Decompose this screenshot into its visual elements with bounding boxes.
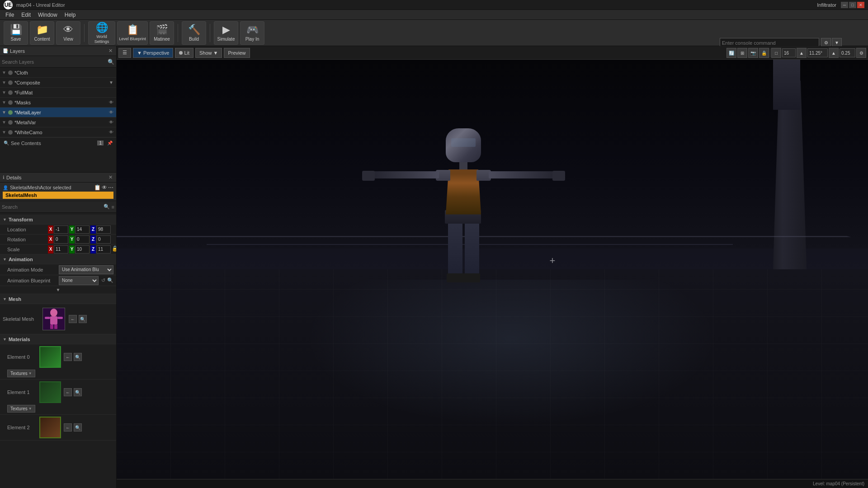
transform-section-header[interactable]: ▼ Transform (0, 215, 116, 225)
rotation-z-field[interactable] (96, 235, 111, 244)
vp-scale-input[interactable] (840, 48, 855, 57)
layer-item-composite[interactable]: ▼ *Composite ▼ (0, 78, 116, 88)
material-1-arrow-btn[interactable]: ← (64, 388, 72, 396)
whitecamo-eye-icon[interactable]: 👁 (108, 129, 114, 136)
actor-icon-btn1[interactable]: 📋 (94, 184, 101, 191)
vp-tool-settings-btn[interactable]: ⚙ (856, 48, 866, 58)
vp-tool-square-btn[interactable]: □ (771, 48, 781, 58)
vp-tool-grid-btn[interactable]: ⊞ (737, 48, 747, 58)
location-y-field[interactable] (75, 225, 90, 234)
animation-expand-row[interactable]: ▼ (0, 286, 116, 294)
skeletal-mesh-thumbnail[interactable] (42, 308, 65, 330)
layer-item-metallayer[interactable]: ▼ *MetalLayer 👁 (0, 108, 116, 117)
metallayer-eye-icon[interactable]: 👁 (108, 109, 114, 116)
scale-x-field[interactable] (54, 245, 68, 253)
play-in-icon: 🎮 (246, 24, 259, 36)
save-button[interactable]: 💾 Save (4, 21, 28, 45)
layer-item-whitecamo[interactable]: ▼ *WhiteCamo 👁 (0, 127, 116, 137)
vp-tool-rotate-btn[interactable]: 🔄 (726, 48, 736, 58)
level-blueprint-button[interactable]: 📋 Level Blueprint (117, 21, 148, 45)
menu-window[interactable]: Window (34, 11, 61, 19)
material-0-arrow-btn[interactable]: ← (64, 353, 72, 361)
simulate-button[interactable]: ▶ Simulate (214, 21, 238, 45)
metalvar-eye-icon[interactable]: 👁 (108, 119, 114, 126)
details-filter-btn[interactable]: ≡ (112, 204, 114, 210)
layers-search-input[interactable] (2, 59, 108, 65)
vp-tool-camera-btn[interactable]: 📷 (748, 48, 758, 58)
close-button[interactable]: ✕ (857, 2, 864, 8)
layers-close-button[interactable]: ✕ (107, 48, 113, 54)
details-search-input[interactable] (2, 204, 102, 210)
scale-z-field[interactable] (96, 245, 111, 253)
world-settings-button[interactable]: 🌐 World Settings (88, 21, 115, 45)
vp-angle-input[interactable] (807, 48, 828, 57)
ground-plane (117, 269, 868, 479)
view-button[interactable]: 👁 View (56, 21, 80, 45)
animation-blueprint-select[interactable]: None (59, 276, 99, 285)
blueprint-browse-icon[interactable]: 🔍 (107, 277, 113, 283)
material-element-0-thumbnail[interactable] (39, 346, 61, 368)
blueprint-reset-icon[interactable]: ↺ (101, 277, 105, 283)
see-contents-row[interactable]: 🔍 See Contents 1 📌 (0, 137, 116, 148)
layer-item-masks[interactable]: ▼ *Masks 👁 (0, 98, 116, 108)
actor-icon-btn2[interactable]: 👁 (102, 184, 107, 191)
scale-z-input: Z (90, 245, 111, 253)
mesh-action-search[interactable]: 🔍 (79, 315, 87, 323)
build-button[interactable]: 🔨 Build (182, 21, 206, 45)
layers-title: Layers (10, 48, 105, 54)
layer-item-fullmat[interactable]: ▼ *FullMat (0, 88, 116, 98)
animation-section-header[interactable]: ▼ Animation (0, 254, 116, 264)
animation-mode-select[interactable]: Use Animation Blu (59, 265, 113, 274)
animation-mode-row: Animation Mode Use Animation Blu (0, 264, 116, 275)
material-2-search-btn[interactable]: 🔍 (74, 423, 82, 432)
mesh-action-arrow[interactable]: ← (69, 315, 77, 323)
content-button[interactable]: 📁 Content (30, 21, 54, 45)
menu-edit[interactable]: Edit (18, 11, 34, 19)
layer-dot-metalvar (8, 120, 13, 125)
mesh-section-header[interactable]: ▼ Mesh (0, 294, 116, 304)
material-2-arrow-btn[interactable]: ← (64, 423, 72, 432)
menu-file[interactable]: File (2, 11, 18, 19)
location-x-field[interactable] (54, 225, 68, 234)
matinee-button[interactable]: 🎬 Matinee (150, 21, 174, 45)
viewport-preview-btn[interactable]: Preview (224, 48, 250, 58)
vp-grid-size-input[interactable] (782, 48, 796, 57)
scale-y-field[interactable] (75, 245, 90, 253)
material-1-search-btn[interactable]: 🔍 (74, 388, 82, 396)
play-in-button[interactable]: 🎮 Play In (240, 21, 264, 45)
vp-tool-up-btn[interactable]: ▲ (797, 48, 807, 58)
menu-help[interactable]: Help (61, 11, 80, 19)
view-icon: 👁 (63, 24, 73, 36)
masks-eye-icon[interactable]: 👁 (108, 99, 114, 106)
material-element-1-label: Element 1 (7, 389, 37, 395)
vp-tool-angle-up-btn[interactable]: ▲ (829, 48, 839, 58)
svg-rect-5 (50, 324, 53, 329)
material-0-textures-button[interactable]: Textures ▼ (7, 370, 35, 377)
layer-item-metalvar[interactable]: ▼ *MetalVar 👁 (0, 117, 116, 127)
material-1-textures-button[interactable]: Textures ▼ (7, 405, 35, 413)
maximize-button[interactable]: □ (849, 2, 856, 8)
bg-structure-right-top (773, 60, 800, 110)
animation-title: Animation (9, 257, 33, 262)
viewport-perspective-btn[interactable]: ▼ Perspective (133, 48, 173, 58)
location-z-field[interactable] (96, 225, 111, 234)
details-close-button[interactable]: ✕ (107, 174, 113, 181)
viewport-lit-btn[interactable]: Lit (175, 48, 193, 58)
scale-values: X Y Z 🔒 (48, 245, 116, 253)
viewport[interactable]: ☰ ▼ Perspective Lit Show ▼ Preview 🔄 ⊞ 📷… (117, 46, 868, 488)
material-element-2-thumbnail[interactable] (39, 417, 61, 438)
layer-item-cloth[interactable]: ▼ *Cloth (0, 68, 116, 78)
actor-icon-btn3[interactable]: ⋯ (108, 184, 113, 191)
minimize-button[interactable]: ─ (841, 2, 848, 8)
materials-section-header[interactable]: ▼ Materials (0, 334, 116, 344)
rotation-x-field[interactable] (54, 235, 68, 244)
viewport-show-btn[interactable]: Show ▼ (195, 48, 222, 58)
toolbar: 💾 Save 📁 Content 👁 View 🌐 World Settings… (0, 20, 868, 46)
rotation-y-field[interactable] (75, 235, 90, 244)
scale-lock-icon[interactable]: 🔒 (112, 245, 116, 253)
vp-tool-lock-btn[interactable]: 🔒 (759, 48, 769, 58)
material-0-search-btn[interactable]: 🔍 (74, 353, 82, 361)
svg-rect-2 (50, 316, 57, 324)
viewport-menu-btn[interactable]: ☰ (118, 48, 131, 58)
material-element-1-thumbnail[interactable] (39, 381, 61, 403)
